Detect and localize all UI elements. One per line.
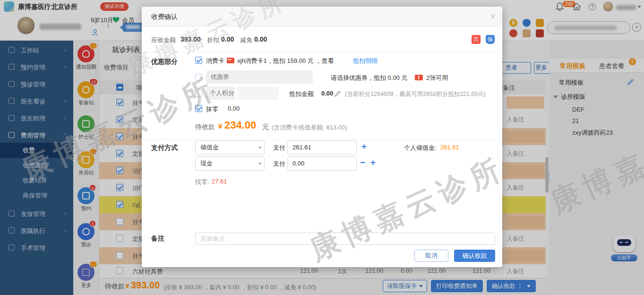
waive-label: 减免 <box>240 36 252 44</box>
edit-pencil-icon[interactable] <box>335 90 341 97</box>
consume-card-label: 消费卡 <box>206 57 224 65</box>
payment-section-label: 支付方式 <box>151 144 178 152</box>
points-input[interactable] <box>237 87 279 100</box>
ticket-icon <box>415 75 423 80</box>
change-value: 27.61 <box>212 178 227 185</box>
pending-unit: 元 <box>262 123 269 131</box>
points-deduct-label: 抵扣金额 <box>289 90 314 98</box>
caret-down-icon <box>258 147 262 149</box>
coupon-checkbox[interactable] <box>195 74 202 81</box>
due-amount-value: 393.00 <box>180 35 201 43</box>
pay-label-2: 支付 <box>273 160 285 168</box>
divider <box>142 52 502 52</box>
pay-amount-input-2[interactable]: 0.00 <box>287 156 357 171</box>
rounding-label: 抹零 <box>206 105 218 113</box>
pay-label-1: 支付 <box>273 144 285 152</box>
discount-label: 折扣 <box>207 36 219 44</box>
confirm-button[interactable]: 确认收款 <box>454 250 495 262</box>
payment-method-select-1[interactable]: 储值金 <box>195 140 265 155</box>
coupon-available: 2张可用 <box>426 74 448 82</box>
insurance-badge: 保 <box>486 35 495 44</box>
modal-title: 收费确认 <box>151 13 178 21</box>
caret-down-icon <box>230 92 233 95</box>
deduct-detail-link[interactable]: 抵扣明细 <box>353 57 378 65</box>
coupon-hint: 请选择优惠券，抵扣 0.00 元 <box>331 74 408 82</box>
balance-label: 个人储值金: <box>404 144 437 152</box>
points-deduct-value: 0.00 <box>321 90 333 97</box>
consume-card-icon <box>227 58 234 63</box>
coupon-field[interactable]: 优惠券 <box>206 70 313 84</box>
payment-method-select-2[interactable]: 现金 <box>195 156 265 171</box>
points-checkbox[interactable] <box>195 90 202 97</box>
discount-value: 0.00 <box>221 35 234 43</box>
pending-currency: ¥ <box>218 122 222 130</box>
balance-value: 261.61 <box>440 144 459 151</box>
close-icon[interactable]: × <box>490 11 496 22</box>
consume-card-checkbox[interactable] <box>195 57 202 64</box>
rounding-checkbox[interactable] <box>195 105 202 112</box>
waive-value: 0.00 <box>254 35 267 43</box>
app-root: 康博嘉医疗北京诊所 测试环境 298 ? ♀ 9岁10月 会员 ¥ <box>0 0 644 295</box>
pending-note: (含消费卡残值差额: ¥13.00) <box>272 123 347 132</box>
consume-card-text: xjh消费卡1，抵扣 159.00 元 ，查看 <box>237 57 334 65</box>
divider <box>142 139 502 139</box>
caret-down-icon <box>258 163 262 165</box>
discount-section-label: 优惠部分 <box>151 58 178 66</box>
due-amount-label: 应收金额 <box>151 36 176 44</box>
change-label: 找零: <box>195 178 209 186</box>
modal-header: 收费确认 × <box>142 7 502 26</box>
charge-confirm-modal: 收费确认 × 应收金额 393.00 折扣 0.00 减免 0.00 欠 保 优… <box>142 7 502 267</box>
remove-payment-icon[interactable]: − <box>360 157 365 168</box>
points-note: (当前积分1254508，最高可用2652积分抵扣221.00元) <box>345 90 486 98</box>
pending-amount: 234.00 <box>224 119 256 131</box>
owe-badge: 欠 <box>472 35 481 44</box>
rounding-value: 0.00 <box>228 105 240 112</box>
cancel-button[interactable]: 取消 <box>414 250 448 262</box>
pay-amount-input-1[interactable]: 261.61 <box>287 140 357 155</box>
add-payment-icon[interactable]: + <box>361 141 367 152</box>
pending-label: 待收款 <box>195 123 215 131</box>
add-payment-icon[interactable]: + <box>370 157 376 168</box>
remark-label: 备注 <box>151 234 164 243</box>
remark-input[interactable]: 添加备注 <box>195 233 495 245</box>
